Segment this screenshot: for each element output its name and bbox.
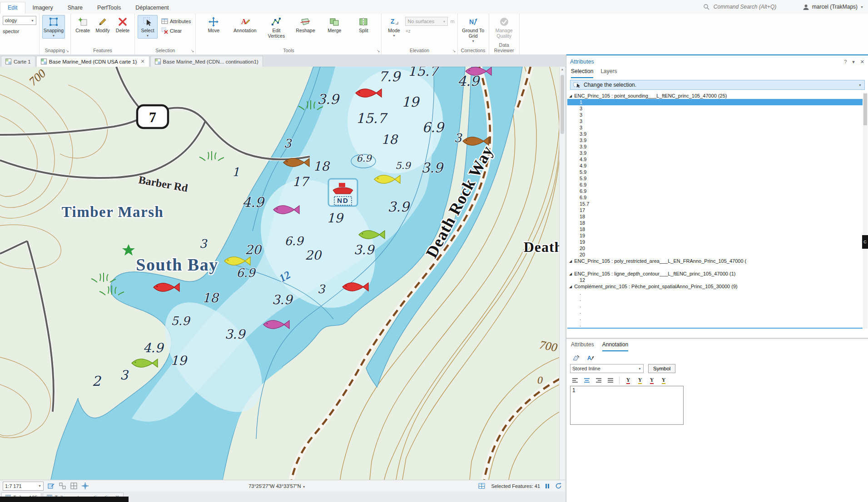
selected-features-count[interactable]: Selected Features: 41 — [491, 483, 540, 489]
delete-button[interactable]: Delete — [114, 15, 132, 34]
sounding-value[interactable]: 6.9 — [236, 266, 256, 280]
pin-icon[interactable]: ▾ — [852, 59, 855, 65]
sounding-value[interactable]: 5.9 — [395, 160, 411, 171]
view-tab-carte1[interactable]: Carte 1 — [1, 56, 35, 67]
tree-value[interactable]: . — [567, 302, 863, 309]
scale-combo[interactable]: 1:7 171▼ — [3, 482, 44, 491]
tree-value[interactable]: 5.9 — [567, 175, 863, 182]
constraints-icon[interactable] — [59, 482, 66, 490]
tree-value[interactable]: 6.9 — [567, 188, 863, 194]
align-justify-icon[interactable] — [605, 376, 615, 385]
sounding-value[interactable]: 19 — [170, 353, 188, 368]
tree-value[interactable]: 1 — [567, 99, 863, 105]
sounding-value[interactable]: 3 — [199, 237, 208, 251]
tree-group[interactable]: ◢ENC_Princ_105 : ligne_depth_contour___L… — [567, 271, 863, 277]
attributes-button[interactable]: Attributes — [159, 17, 193, 25]
map-label[interactable]: Timber Marsh — [62, 204, 164, 220]
valign-baseline-icon[interactable]: Y — [647, 376, 657, 385]
close-icon[interactable]: ✕ — [860, 59, 864, 65]
sounding-value[interactable]: 7.9 — [378, 69, 402, 84]
map-label[interactable]: 0 — [537, 374, 543, 386]
scroll-up-icon[interactable]: ▲ — [560, 67, 565, 71]
snapping-toggle-icon[interactable] — [47, 482, 55, 490]
tree-value[interactable]: 4.9 — [567, 156, 863, 162]
sounding-value[interactable]: 20 — [305, 248, 322, 263]
sounding-value[interactable]: 4.9 — [457, 73, 481, 89]
dialog-launcher-icon[interactable]: ↘ — [65, 49, 69, 53]
annotation-button[interactable]: A Annotation — [231, 15, 258, 34]
tree-value[interactable] — [567, 328, 863, 329]
annotation-follow-icon[interactable]: A — [585, 353, 595, 362]
tree-value[interactable]: 19 — [567, 239, 863, 245]
subtab-annotation[interactable]: Annotation — [602, 341, 628, 351]
map-label[interactable]: South Bay — [136, 255, 218, 274]
tree-value[interactable]: 12 — [567, 277, 863, 283]
sounding-value[interactable]: 3 — [454, 131, 463, 145]
pause-drawing-icon[interactable] — [546, 484, 549, 488]
scrollbar-thumb[interactable] — [560, 75, 564, 134]
tree-value[interactable]: 3.9 — [567, 131, 863, 137]
tree-group[interactable]: ◢Complément_princ_105 : Pêche_point_spat… — [567, 283, 863, 290]
symbol-button[interactable]: Symbol — [648, 364, 675, 373]
sounding-value[interactable]: 1 — [232, 165, 240, 179]
sounding-value[interactable]: 6.9 — [422, 119, 445, 135]
tree-value[interactable]: . — [567, 296, 863, 302]
ribbon-tab-deplacement[interactable]: Déplacement — [128, 2, 176, 14]
tree-value[interactable]: 6.9 — [567, 194, 863, 201]
ribbon-tab-share[interactable]: Share — [60, 2, 90, 14]
help-icon[interactable]: ? — [844, 59, 847, 65]
pane-scrollbar[interactable] — [863, 93, 868, 329]
expand-icon[interactable]: ◢ — [569, 259, 572, 263]
valign-center-icon[interactable]: Y — [635, 376, 645, 385]
ground-to-grid-button[interactable]: N Ground To Grid ▼ — [461, 15, 486, 44]
tree-value[interactable]: 6.9 — [567, 182, 863, 188]
dialog-launcher-icon[interactable]: ↘ — [377, 49, 380, 53]
sounding-value[interactable]: 6.9 — [284, 234, 304, 248]
autohide-pane-tab[interactable]: C — [862, 235, 868, 249]
ribbon-tab-perftools[interactable]: PerfTools — [90, 2, 128, 14]
tree-value[interactable]: 3.9 — [567, 137, 863, 143]
refresh-icon[interactable] — [555, 482, 562, 490]
sounding-value[interactable]: 15.7 — [408, 67, 440, 79]
select-button[interactable]: Select ▼ — [138, 15, 158, 39]
edit-vertices-button[interactable]: Edit Vertices — [265, 15, 288, 39]
sounding-value[interactable]: 19 — [402, 94, 420, 110]
pane-tab-selection[interactable]: Selection — [571, 68, 593, 78]
sounding-value[interactable]: 3.9 — [317, 91, 340, 107]
align-right-icon[interactable] — [594, 376, 604, 385]
align-center-icon[interactable] — [582, 376, 592, 385]
close-icon[interactable]: ✕ — [140, 59, 144, 64]
ribbon-tab-imagery[interactable]: Imagery — [25, 2, 60, 14]
create-button[interactable]: Create — [74, 15, 92, 34]
tree-value[interactable]: 18 — [567, 226, 863, 232]
tree-value[interactable]: 20 — [567, 251, 863, 258]
move-button[interactable]: Move — [202, 15, 225, 34]
sounding-value[interactable]: 18 — [313, 159, 330, 174]
map-viewport[interactable]: 7 15.77.94.93.91915.76.931836.95.9183.91… — [0, 67, 565, 480]
sounding-value[interactable]: 5.9 — [171, 314, 191, 328]
tree-value[interactable]: . — [567, 315, 863, 321]
clear-button[interactable]: Clear — [159, 26, 193, 35]
sounding-value[interactable]: 2 — [92, 373, 101, 389]
split-button[interactable]: Split — [352, 15, 375, 34]
expand-icon[interactable]: ◢ — [569, 285, 572, 289]
sounding-value[interactable]: 18 — [202, 290, 219, 305]
sounding-value[interactable]: 20 — [245, 242, 262, 257]
map-coordinates[interactable]: 73°25'27"W 43°33'57"N ▼ — [218, 483, 336, 489]
pane-tab-layers[interactable]: Layers — [600, 68, 617, 78]
change-selection-button[interactable]: Change the selection. ▼ — [570, 80, 865, 90]
manage-quality-button[interactable]: Manage Quality — [492, 15, 516, 39]
tree-value[interactable]: 18 — [567, 213, 863, 220]
sounding-value[interactable]: 3.9 — [387, 199, 411, 215]
sounding-value[interactable]: 6.9 — [356, 153, 372, 164]
dialog-launcher-icon[interactable]: ↘ — [191, 49, 194, 53]
tree-value[interactable]: 15.7 — [567, 201, 863, 207]
sounding-value[interactable]: 3.9 — [354, 242, 375, 257]
sounding-value[interactable]: 4.9 — [143, 340, 164, 355]
dialog-launcher-icon[interactable]: ↘ — [452, 49, 456, 53]
merge-button[interactable]: Merge — [323, 15, 346, 34]
valign-top-icon[interactable]: Y — [623, 376, 633, 385]
sounding-value[interactable]: 15.7 — [356, 110, 388, 126]
tree-value[interactable]: 3.9 — [567, 150, 863, 156]
crosshair-icon[interactable] — [81, 482, 89, 490]
